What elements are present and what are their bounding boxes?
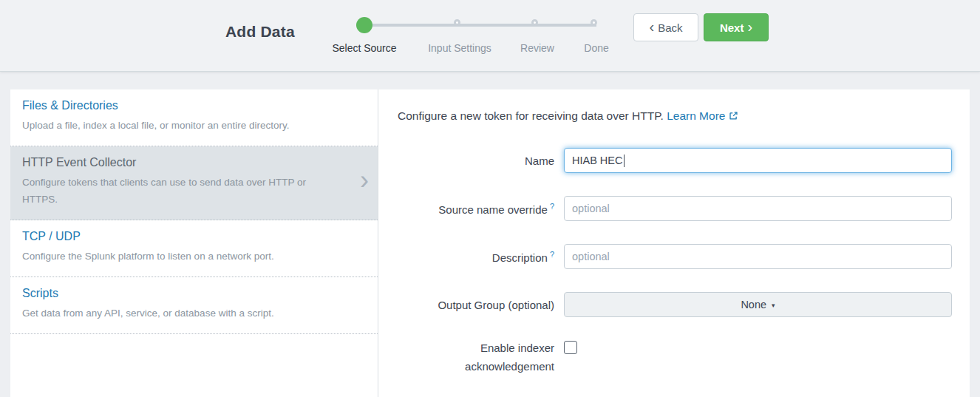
name-label: Name xyxy=(398,155,554,167)
chevron-right-icon: › xyxy=(360,165,369,196)
output-group-dropdown[interactable]: None ▾ xyxy=(564,292,952,317)
name-input[interactable]: HIAB HEC xyxy=(564,148,952,173)
sidebar-item-title: Scripts xyxy=(22,287,366,300)
sidebar-item-files-directories[interactable]: Files & Directories Upload a file, index… xyxy=(10,89,378,146)
step-dot-review xyxy=(531,19,538,26)
indexer-ack-checkbox[interactable] xyxy=(564,341,577,354)
page-title: Add Data xyxy=(225,23,295,41)
step-label-review: Review xyxy=(520,42,554,54)
caret-down-icon: ▾ xyxy=(772,302,775,309)
next-button[interactable]: Next › xyxy=(704,13,769,41)
sidebar-item-description: Get data from any API, service, or datab… xyxy=(22,305,366,322)
description-input[interactable] xyxy=(564,244,952,269)
name-row: Name HIAB HEC xyxy=(398,148,970,173)
back-button[interactable]: ‹ Back xyxy=(633,13,698,41)
learn-more-link[interactable]: Learn More xyxy=(667,109,725,122)
source-override-row: Source name override? xyxy=(398,196,970,221)
wizard-header: Add Data Select Source Input Settings Re… xyxy=(0,0,980,72)
stepper-connector xyxy=(537,24,596,27)
sidebar-item-scripts[interactable]: Scripts Get data from any API, service, … xyxy=(10,277,378,334)
indexer-ack-label: Enable indexer acknowledgement xyxy=(398,339,554,376)
next-button-label: Next xyxy=(720,21,744,34)
source-override-input[interactable] xyxy=(564,196,952,221)
wizard-stepper: Select Source Input Settings Review Done xyxy=(329,0,625,72)
form-intro: Configure a new token for receiving data… xyxy=(398,109,970,123)
sidebar-item-http-event-collector[interactable]: HTTP Event Collector Configure tokens th… xyxy=(10,146,378,220)
step-dot-done xyxy=(591,19,597,26)
sidebar-item-title: Files & Directories xyxy=(22,99,366,112)
step-dot-select-source xyxy=(356,17,372,33)
chevron-left-icon: ‹ xyxy=(649,19,654,34)
back-button-label: Back xyxy=(658,21,682,34)
source-type-sidebar: Files & Directories Upload a file, index… xyxy=(10,89,378,397)
description-row: Description? xyxy=(398,244,970,269)
source-override-label: Source name override? xyxy=(398,202,554,216)
step-dot-input-settings xyxy=(454,19,460,26)
step-label-select-source: Select Source xyxy=(332,42,396,54)
sidebar-item-title: TCP / UDP xyxy=(22,230,366,243)
indexer-ack-row: Enable indexer acknowledgement xyxy=(398,340,970,376)
sidebar-item-description: Configure the Splunk platform to listen … xyxy=(22,248,366,265)
output-group-row: Output Group (optional) None ▾ xyxy=(398,292,970,317)
step-label-done: Done xyxy=(584,42,608,54)
step-label-input-settings: Input Settings xyxy=(428,42,491,54)
external-link-icon xyxy=(729,110,738,123)
chevron-right-icon: › xyxy=(747,19,752,34)
sidebar-item-tcp-udp[interactable]: TCP / UDP Configure the Splunk platform … xyxy=(10,220,378,277)
output-group-value: None xyxy=(741,299,766,311)
description-label: Description? xyxy=(398,250,554,264)
sidebar-item-description: Configure tokens that clients can use to… xyxy=(22,174,366,208)
name-input-value: HIAB HEC xyxy=(572,155,623,166)
hec-config-form: Configure a new token for receiving data… xyxy=(378,89,970,397)
text-cursor xyxy=(624,155,625,167)
sidebar-item-description: Upload a file, index a local file, or mo… xyxy=(22,118,366,135)
intro-text: Configure a new token for receiving data… xyxy=(398,109,664,122)
stepper-connector xyxy=(364,24,460,27)
sidebar-item-title: HTTP Event Collector xyxy=(22,156,366,169)
help-tooltip-icon[interactable]: ? xyxy=(550,202,554,211)
content-panel: Files & Directories Upload a file, index… xyxy=(10,89,970,397)
output-group-label: Output Group (optional) xyxy=(398,299,554,311)
help-tooltip-icon[interactable]: ? xyxy=(550,250,554,259)
stepper-connector xyxy=(460,24,537,27)
